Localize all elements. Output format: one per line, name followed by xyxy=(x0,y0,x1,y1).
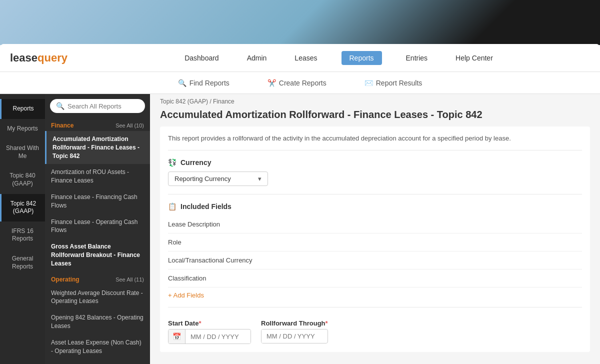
nav-links: Dashboard Admin Leases Reports Entries H… xyxy=(88,51,590,65)
nav-reports[interactable]: Reports xyxy=(342,51,382,65)
report-body: This report provides a rollforward of th… xyxy=(160,126,590,352)
report-title: Accumulated Amortization Rollforward - F… xyxy=(160,109,590,120)
finance-section-header: Finance See All (10) xyxy=(45,118,150,131)
nav-leases[interactable]: Leases xyxy=(290,52,321,64)
currency-select[interactable]: Reporting Currency ▾ xyxy=(168,172,268,186)
search-icon: 🔍 xyxy=(56,102,64,110)
nav-admin[interactable]: Admin xyxy=(243,52,271,64)
sidebar-item-amort-rou[interactable]: Amortization of ROU Assets - Finance Lea… xyxy=(45,164,150,189)
sidebar-dark: Reports My Reports Shared With Me Topic … xyxy=(0,94,45,364)
nav-dashboard[interactable]: Dashboard xyxy=(180,52,223,64)
rollforward-required: * xyxy=(326,320,328,327)
fields-icon: 📋 xyxy=(168,202,176,210)
field-row-role: Role xyxy=(168,234,582,252)
sidebar-item-acc-amort[interactable]: Accumulated Amortization Rollforward - F… xyxy=(45,131,150,164)
breadcrumb: Topic 842 (GAAP) / Finance xyxy=(150,94,600,107)
sidebar-light: 🔍 Finance See All (10) Accumulated Amort… xyxy=(45,94,150,364)
main-content: Topic 842 (GAAP) / Finance Accumulated A… xyxy=(150,94,600,364)
logo: leasequery xyxy=(10,52,68,64)
sidebar-item-opening-842[interactable]: Opening 842 Balances - Operating Leases xyxy=(45,310,150,334)
operating-section-title: Operating xyxy=(51,276,80,283)
field-row-classification: Classification xyxy=(168,270,582,288)
subnav-report-results[interactable]: ✉️ Report Results xyxy=(360,77,426,89)
field-row-local-currency: Local/Transactional Currency xyxy=(168,252,582,270)
sub-nav: 🔍 Find Reports ✂️ Create Reports ✉️ Repo… xyxy=(0,72,600,94)
start-date-required: * xyxy=(198,320,201,327)
rollforward-date-field: Rollforward Through* xyxy=(261,320,328,344)
report-description: This report provides a rollforward of th… xyxy=(168,134,582,150)
sidebar-item-liabilities[interactable]: Liabilities Rollforward Breakout - Opera… xyxy=(45,359,150,364)
start-date-input[interactable] xyxy=(186,330,250,344)
logo-query: query xyxy=(38,52,68,64)
logo-lease: lease xyxy=(10,52,38,64)
sidebar-item-gross-asset[interactable]: Gross Asset Balance Rollforward Breakout… xyxy=(45,238,150,272)
finance-see-all[interactable]: See All (10) xyxy=(116,122,144,128)
operating-see-all[interactable]: See All (11) xyxy=(116,276,144,282)
subnav-find-reports[interactable]: 🔍 Find Reports xyxy=(174,77,234,89)
field-row-lease-desc: Lease Description xyxy=(168,216,582,234)
start-date-input-wrapper: 📅 xyxy=(168,329,251,344)
sidebar-item-weighted-avg[interactable]: Weighted Average Discount Rate - Operati… xyxy=(45,285,150,310)
add-fields-link[interactable]: + Add Fields xyxy=(168,292,204,299)
subnav-find-reports-label: Find Reports xyxy=(190,79,230,87)
sidebar-dark-topic842[interactable]: Topic 842 (GAAP) xyxy=(0,194,45,222)
included-fields-section: 📋 Included Fields Lease Description Role… xyxy=(168,202,582,308)
nav-entries[interactable]: Entries xyxy=(402,52,432,64)
included-fields-label: 📋 Included Fields xyxy=(168,202,582,210)
calendar-icon: 📅 xyxy=(168,330,186,344)
subnav-report-results-label: Report Results xyxy=(376,79,422,87)
currency-label-text: Currency xyxy=(180,158,211,166)
sidebar-dark-my-reports[interactable]: My Reports xyxy=(0,119,45,139)
start-date-label-text: Start Date xyxy=(168,320,198,327)
results-icon: ✉️ xyxy=(364,79,373,87)
search-icon: 🔍 xyxy=(178,79,186,87)
sidebar-dark-shared[interactable]: Shared With Me xyxy=(0,138,45,166)
dates-section: Start Date* 📅 Rollforward Through* xyxy=(168,316,582,344)
rollforward-input[interactable] xyxy=(262,330,326,343)
subnav-create-reports-label: Create Reports xyxy=(279,79,326,87)
search-input-wrapper[interactable]: 🔍 xyxy=(50,99,145,113)
sidebar-dark-ifrs16[interactable]: IFRS 16 Reports xyxy=(0,222,45,249)
currency-section: 💱 Currency Reporting Currency ▾ xyxy=(168,158,582,194)
top-nav: leasequery Dashboard Admin Leases Report… xyxy=(0,44,600,72)
subnav-create-reports[interactable]: ✂️ Create Reports xyxy=(264,77,330,89)
currency-select-label: Reporting Currency xyxy=(174,175,231,182)
chevron-down-icon: ▾ xyxy=(258,175,262,182)
sidebar-dark-topic840[interactable]: Topic 840 (GAAP) xyxy=(0,166,45,194)
body-layout: Reports My Reports Shared With Me Topic … xyxy=(0,94,600,364)
sidebar-item-finance-operating[interactable]: Finance Lease - Operating Cash Flows xyxy=(45,214,150,239)
sidebar-dark-general[interactable]: General Reports xyxy=(0,249,45,276)
start-date-label: Start Date* xyxy=(168,320,251,327)
currency-icon: 💱 xyxy=(168,158,176,166)
start-date-field: Start Date* 📅 xyxy=(168,320,251,344)
rollforward-label: Rollforward Through* xyxy=(261,320,328,327)
nav-help[interactable]: Help Center xyxy=(452,52,497,64)
search-container: 🔍 xyxy=(45,94,150,118)
currency-section-label: 💱 Currency xyxy=(168,158,582,166)
rollforward-input-wrapper xyxy=(261,329,328,344)
included-fields-label-text: Included Fields xyxy=(180,202,232,210)
report-title-section: Accumulated Amortization Rollforward - F… xyxy=(150,107,600,126)
create-icon: ✂️ xyxy=(268,79,276,87)
sidebar-dark-reports[interactable]: Reports xyxy=(0,99,45,119)
sidebar-item-finance-financing[interactable]: Finance Lease - Financing Cash Flows xyxy=(45,189,150,214)
rollforward-label-text: Rollforward Through xyxy=(261,320,326,327)
sidebar-item-asset-lease[interactable]: Asset Lease Expense (Non Cash) - Operati… xyxy=(45,334,150,360)
search-input[interactable] xyxy=(68,102,139,110)
dates-row: Start Date* 📅 Rollforward Through* xyxy=(168,320,582,344)
operating-section-header: Operating See All (11) xyxy=(45,272,150,285)
finance-section-title: Finance xyxy=(51,122,74,129)
